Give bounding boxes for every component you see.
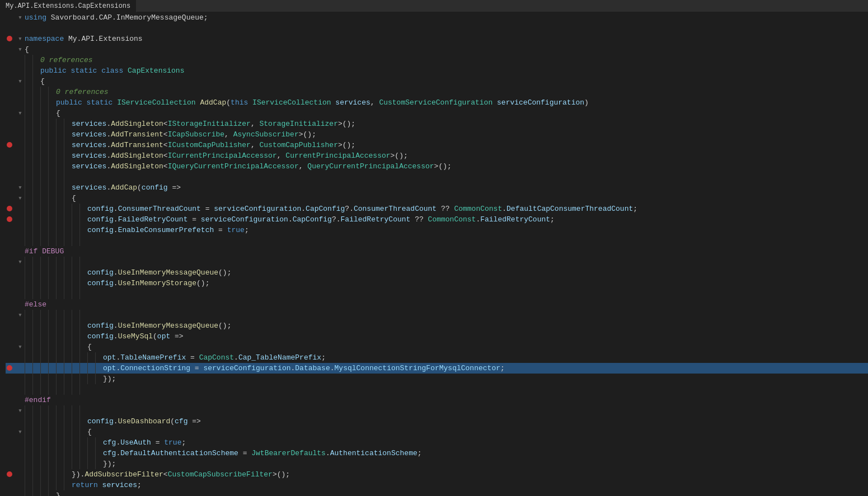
token-param: config xyxy=(87,226,114,234)
token-kw: using xyxy=(25,13,51,22)
token-prop: AuthenticationScheme xyxy=(330,449,417,457)
fold-icon[interactable]: ▾ xyxy=(16,108,25,119)
token-plain: . xyxy=(114,215,118,224)
token-plain: . xyxy=(114,417,118,426)
token-method: AddCap xyxy=(200,98,226,107)
token-param: config xyxy=(87,279,114,287)
token-plain: ; xyxy=(181,438,186,447)
token-plain: ; xyxy=(633,205,637,213)
breakpoint-dot xyxy=(7,142,12,148)
code-content: config.EnableConsumerPrefetch = true; xyxy=(87,225,868,235)
token-param: config xyxy=(87,215,114,224)
code-content: namespace My.API.Extensions xyxy=(25,34,868,44)
token-prop: FailedRetryCount xyxy=(118,215,188,224)
code-content: }); xyxy=(103,374,868,384)
token-plain: , xyxy=(251,120,260,128)
token-plain: My.API.Extensions xyxy=(68,35,143,43)
token-plain: = xyxy=(214,226,227,234)
token-prop: ConsumerThreadCount xyxy=(118,205,201,213)
code-line: ▾ xyxy=(6,405,868,416)
fold-icon[interactable]: ▾ xyxy=(16,342,25,352)
code-line: ▾ xyxy=(6,257,868,267)
fold-icon[interactable]: ▾ xyxy=(16,44,25,55)
token-prop: FailedRetryCount xyxy=(480,215,550,224)
code-content: services.AddSingleton<IQueryCurrentPrinc… xyxy=(72,161,868,172)
code-line: public static class CapExtensions xyxy=(6,65,868,76)
tab-label: My.API.Extensions.CapExtensions xyxy=(6,2,130,10)
code-line: services.AddSingleton<IStorageInitialize… xyxy=(6,119,868,129)
token-plain: = xyxy=(151,438,164,447)
token-plain: . xyxy=(114,322,118,330)
code-content: { xyxy=(56,108,868,119)
token-kw: static xyxy=(71,67,102,75)
indent-guides xyxy=(25,469,72,480)
breakpoint-area xyxy=(6,204,16,211)
token-type: CustomServiceConfiguration xyxy=(379,98,492,107)
token-param: services xyxy=(335,98,370,107)
fold-icon[interactable]: ▾ xyxy=(16,427,25,437)
indent-guides xyxy=(25,97,56,108)
fold-icon[interactable]: ▾ xyxy=(16,310,25,320)
fold-icon[interactable]: ▾ xyxy=(16,405,25,416)
indent-guides xyxy=(25,289,87,299)
code-content: opt.ConnectionString = serviceConfigurat… xyxy=(103,363,868,374)
token-ref-comment: 0 references xyxy=(40,56,93,64)
token-type: IStorageInitializer xyxy=(168,120,251,128)
token-type: StorageInitializer xyxy=(260,120,338,128)
editor: ▾using Savorboard.CAP.InMemoryMessageQue… xyxy=(0,12,868,496)
code-content: { xyxy=(87,427,868,437)
token-plain: ; xyxy=(137,481,142,489)
token-plain: Savorboard.CAP.InMemoryMessageQueue; xyxy=(51,13,208,22)
code-line: }); xyxy=(6,374,868,384)
code-area[interactable]: ▾using Savorboard.CAP.InMemoryMessageQue… xyxy=(0,12,868,496)
breakpoint-area xyxy=(6,140,16,148)
code-line: services.AddSingleton<ICurrentPrincipalA… xyxy=(6,150,868,161)
token-plain: . xyxy=(114,205,118,213)
code-content: config.UseInMemoryMessageQueue(); xyxy=(87,267,868,278)
token-prop: ConsumerThreadCount xyxy=(354,205,437,213)
fold-icon[interactable]: ▾ xyxy=(16,34,25,44)
breakpoint-area xyxy=(6,34,16,41)
indent-guides xyxy=(25,204,87,214)
code-content xyxy=(87,289,868,299)
code-line: ▾services.AddCap(config => xyxy=(6,182,868,193)
token-plain: { xyxy=(40,77,45,86)
fold-icon[interactable]: ▾ xyxy=(16,182,25,193)
token-plain: ?? xyxy=(410,215,428,224)
token-param: serviceConfiguration xyxy=(497,98,584,107)
token-kw: true xyxy=(164,438,181,447)
token-type: QueryCurrentPrincipalAccessor xyxy=(307,162,434,171)
token-plain: ; xyxy=(500,364,505,372)
indent-guides xyxy=(25,310,87,320)
token-type: CapConst xyxy=(199,353,234,362)
code-line: config.UseInMemoryStorage(); xyxy=(6,278,868,289)
token-plain: , xyxy=(277,152,286,160)
token-plain: { xyxy=(87,343,92,351)
indent-guides xyxy=(25,267,87,278)
code-line: config.ConsumerThreadCount = serviceConf… xyxy=(6,204,868,214)
code-line: opt.ConnectionString = serviceConfigurat… xyxy=(6,363,868,374)
fold-icon[interactable]: ▾ xyxy=(16,257,25,267)
token-kw2: #else xyxy=(25,300,46,309)
indent-guides xyxy=(25,331,87,342)
code-content: }); xyxy=(103,459,868,469)
fold-icon[interactable]: ▾ xyxy=(16,76,25,87)
fold-icon[interactable]: ▾ xyxy=(16,193,25,204)
token-type: IServiceCollection xyxy=(117,98,195,107)
indent-guides xyxy=(25,65,40,76)
code-content: return services; xyxy=(72,480,868,490)
token-plain: = xyxy=(238,449,251,457)
code-line: config.UseInMemoryMessageQueue(); xyxy=(6,320,868,331)
active-tab[interactable]: My.API.Extensions.CapExtensions xyxy=(0,0,137,12)
token-kw: class xyxy=(101,67,128,75)
token-param: config xyxy=(87,332,114,341)
token-prop: Cap_TableNamePrefix xyxy=(238,353,321,362)
code-content: #else xyxy=(25,299,868,310)
token-plain: >(); xyxy=(338,120,355,128)
fold-icon[interactable]: ▾ xyxy=(16,12,25,23)
code-line: ▾ xyxy=(6,310,868,320)
token-method: UseInMemoryMessageQueue xyxy=(118,322,218,330)
indent-guides xyxy=(25,55,40,65)
token-param: cfg xyxy=(103,449,116,457)
code-content xyxy=(25,23,868,34)
